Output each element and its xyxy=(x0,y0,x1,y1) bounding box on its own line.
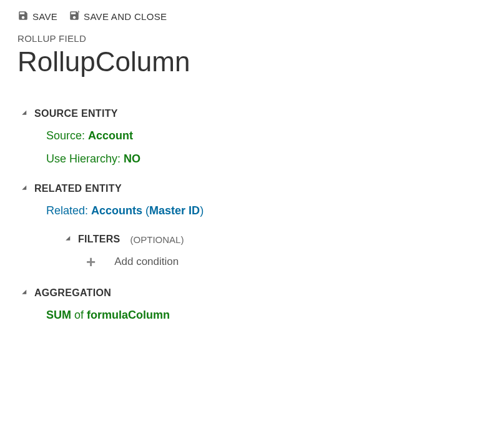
caret-down-icon xyxy=(22,111,29,117)
aggregation-of: of xyxy=(74,309,84,321)
add-condition-label: Add condition xyxy=(114,256,179,268)
related-paren-close: ) xyxy=(200,204,204,217)
filters-subtext: (OPTIONAL) xyxy=(130,234,184,245)
hierarchy-value: NO xyxy=(124,152,140,165)
aggregation-function: SUM xyxy=(46,309,71,321)
section-header-related-entity[interactable]: RELATED ENTITY xyxy=(24,183,487,194)
save-and-close-label: SAVE AND CLOSE xyxy=(84,11,167,22)
filters-title: FILTERS xyxy=(78,234,121,245)
caret-down-icon xyxy=(66,236,72,243)
subsection-filters: FILTERS (OPTIONAL) + Add condition xyxy=(24,234,487,270)
source-row[interactable]: Source: Account xyxy=(24,129,487,142)
related-label: Related: xyxy=(46,204,88,217)
aggregation-title: AGGREGATION xyxy=(34,287,111,299)
aggregation-column: formulaColumn xyxy=(87,309,170,321)
section-header-filters[interactable]: FILTERS (OPTIONAL) xyxy=(67,234,487,245)
save-label: SAVE xyxy=(32,11,57,22)
breadcrumb: ROLLUP FIELD xyxy=(0,28,487,44)
source-entity-title: SOURCE ENTITY xyxy=(34,108,118,119)
add-condition-button[interactable]: + Add condition xyxy=(67,254,487,270)
section-header-aggregation[interactable]: AGGREGATION xyxy=(24,287,487,299)
caret-down-icon xyxy=(22,186,29,192)
page-title: RollupColumn xyxy=(0,44,487,91)
save-and-close-button[interactable]: SAVE AND CLOSE xyxy=(69,10,167,23)
plus-icon: + xyxy=(86,254,96,270)
toolbar: SAVE SAVE AND CLOSE xyxy=(0,0,487,28)
section-aggregation: AGGREGATION SUM of formulaColumn xyxy=(0,287,487,322)
use-hierarchy-row[interactable]: Use Hierarchy: NO xyxy=(24,152,487,166)
aggregation-row[interactable]: SUM of formulaColumn xyxy=(24,309,487,322)
related-key: Master ID xyxy=(149,204,200,217)
save-and-close-icon xyxy=(69,10,80,23)
section-source-entity: SOURCE ENTITY Source: Account Use Hierar… xyxy=(0,108,487,166)
source-label: Source: xyxy=(46,129,85,142)
section-header-source-entity[interactable]: SOURCE ENTITY xyxy=(24,108,487,119)
save-button[interactable]: SAVE xyxy=(17,10,57,23)
caret-down-icon xyxy=(22,290,29,297)
save-icon xyxy=(17,10,29,23)
related-row[interactable]: Related: Accounts (Master ID) xyxy=(24,204,487,217)
section-related-entity: RELATED ENTITY Related: Accounts (Master… xyxy=(0,183,487,270)
related-entity-title: RELATED ENTITY xyxy=(34,183,122,194)
related-value: Accounts xyxy=(91,204,142,217)
hierarchy-label: Use Hierarchy: xyxy=(46,152,121,165)
source-value: Account xyxy=(88,129,133,142)
